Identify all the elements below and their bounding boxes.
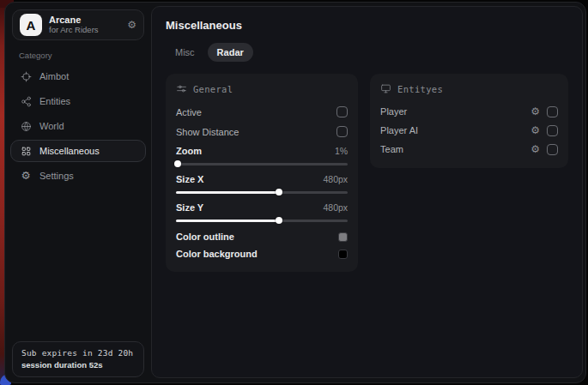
tab-misc[interactable]: Misc xyxy=(166,43,204,62)
app-subtitle: for Arc Riders xyxy=(49,26,120,35)
size-y-slider[interactable] xyxy=(176,220,348,222)
sidebar-item-label: Aimbot xyxy=(39,71,69,81)
color-outline-label: Color outline xyxy=(176,232,234,242)
sidebar-nav: Aimbot Entities World Miscellaneous xyxy=(5,65,151,187)
player-label: Player xyxy=(380,106,530,117)
zoom-label: Zoom xyxy=(176,146,202,156)
cards-row: General Active Show Distance Zoom 1% xyxy=(166,74,568,272)
app-logo: A xyxy=(20,14,42,36)
general-card-header: General xyxy=(176,83,348,94)
size-y-slider-handle[interactable] xyxy=(276,217,282,224)
player-ai-row: Player AI ⚙ xyxy=(380,121,558,140)
active-label: Active xyxy=(176,107,202,117)
sidebar-item-miscellaneous[interactable]: Miscellaneous xyxy=(10,140,146,162)
gear-icon: ⚙ xyxy=(20,170,32,182)
zoom-value: 1% xyxy=(335,146,348,156)
size-x-slider[interactable] xyxy=(176,191,348,194)
gear-icon[interactable]: ⚙ xyxy=(530,106,540,117)
zoom-slider-handle[interactable] xyxy=(174,160,181,167)
size-y-slider-block: Size Y 480px xyxy=(176,200,348,222)
subscription-box: Sub expires in 23d 20h session duration … xyxy=(12,341,144,377)
color-background-row: Color background xyxy=(176,245,348,262)
grid-icon xyxy=(20,145,32,157)
team-row: Team ⚙ xyxy=(380,140,558,159)
crosshair-icon xyxy=(20,70,32,82)
color-outline-row: Color outline xyxy=(176,228,348,245)
app-title: Arcane xyxy=(49,15,120,26)
sidebar-item-label: World xyxy=(39,121,64,131)
entities-card: Entityes Player ⚙ Player AI ⚙ Team ⚙ xyxy=(370,74,568,168)
gear-icon[interactable]: ⚙ xyxy=(530,144,540,154)
subscription-expiry: Sub expires in 23d 20h xyxy=(21,348,135,358)
size-y-label: Size Y xyxy=(176,202,203,213)
sidebar-item-label: Settings xyxy=(39,171,74,181)
size-x-label: Size X xyxy=(176,174,203,184)
player-row: Player ⚙ xyxy=(380,102,558,121)
active-row: Active xyxy=(176,102,348,122)
size-y-value: 480px xyxy=(323,202,348,213)
size-x-value: 480px xyxy=(323,174,348,184)
sidebar-item-aimbot[interactable]: Aimbot xyxy=(10,65,146,87)
sidebar-item-entities[interactable]: Entities xyxy=(10,90,146,112)
color-outline-swatch[interactable] xyxy=(338,232,348,242)
nodes-icon xyxy=(20,95,32,107)
main-panel: Miscellaneous Misc Radar General Active … xyxy=(151,6,583,378)
app-window: A Arcane for Arc Riders ⚙ Category Aimbo… xyxy=(4,2,586,383)
sidebar-item-settings[interactable]: ⚙ Settings xyxy=(10,165,146,187)
size-x-slider-handle[interactable] xyxy=(276,189,282,196)
sliders-icon xyxy=(176,83,187,94)
active-checkbox[interactable] xyxy=(336,106,348,117)
color-background-swatch[interactable] xyxy=(338,250,348,259)
gear-icon[interactable]: ⚙ xyxy=(127,19,136,31)
entities-card-header: Entityes xyxy=(380,83,558,94)
team-label: Team xyxy=(380,144,530,154)
tab-bar: Misc Radar xyxy=(166,43,568,62)
sidebar-item-label: Miscellaneous xyxy=(39,146,100,156)
session-duration: session duration 52s xyxy=(21,360,135,370)
team-checkbox[interactable] xyxy=(547,144,558,155)
sidebar-item-label: Entities xyxy=(39,96,70,106)
player-ai-checkbox[interactable] xyxy=(547,125,558,136)
show-distance-row: Show Distance xyxy=(176,122,348,141)
monitor-icon xyxy=(380,83,391,94)
size-x-slider-block: Size X 480px xyxy=(176,171,348,194)
globe-icon xyxy=(20,120,32,132)
color-background-label: Color background xyxy=(176,249,258,259)
category-label: Category xyxy=(19,51,151,60)
sidebar-item-world[interactable]: World xyxy=(10,115,146,137)
page-title: Miscellaneous xyxy=(166,19,568,32)
zoom-slider-block: Zoom 1% xyxy=(176,143,348,165)
player-checkbox[interactable] xyxy=(547,106,558,117)
gear-icon[interactable]: ⚙ xyxy=(530,125,540,135)
sidebar: A Arcane for Arc Riders ⚙ Category Aimbo… xyxy=(5,3,151,382)
tab-radar[interactable]: Radar xyxy=(208,43,253,62)
player-ai-label: Player AI xyxy=(380,125,530,135)
show-distance-label: Show Distance xyxy=(176,127,239,137)
general-card: General Active Show Distance Zoom 1% xyxy=(166,74,358,272)
show-distance-checkbox[interactable] xyxy=(336,126,348,137)
logo-card: A Arcane for Arc Riders ⚙ xyxy=(12,9,144,40)
zoom-slider[interactable] xyxy=(176,163,348,165)
